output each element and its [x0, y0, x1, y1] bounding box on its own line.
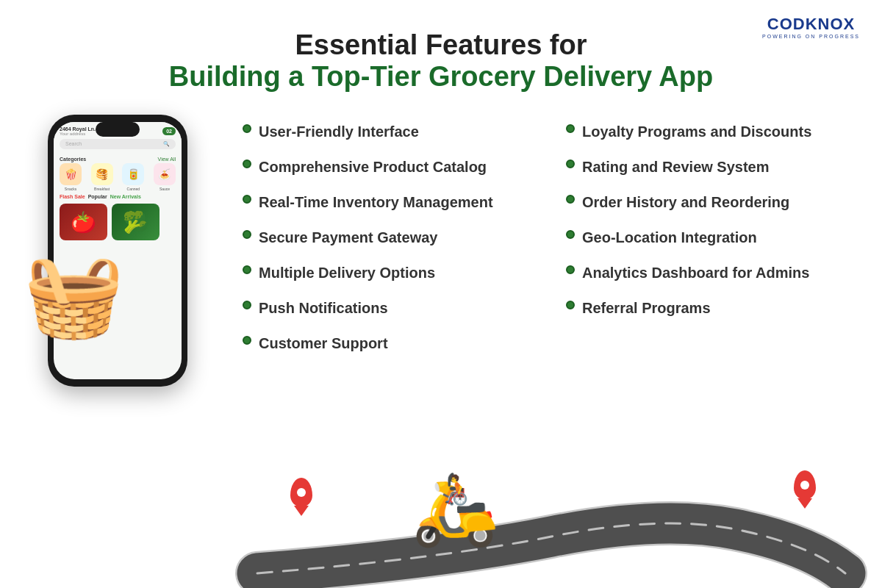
logo-area: CODKNOX POWERING ON PROGRESS [762, 15, 860, 39]
cat-label-sauce: Sauce [159, 187, 170, 191]
features-section: User-Friendly Interface Comprehensive Pr… [220, 107, 882, 379]
feature-delivery: Multiple Delivery Options [243, 263, 551, 282]
bullet-customer-support [243, 336, 251, 345]
feature-payment: Secure Payment Gateway [243, 228, 551, 247]
pin-inner-1 [297, 488, 306, 497]
basket-emoji: 🧺 [24, 254, 124, 335]
right-feature-column: Loyalty Programs and Discounts Rating an… [559, 122, 882, 379]
feature-user-friendly: User-Friendly Interface [243, 122, 551, 141]
bullet-user-friendly [243, 124, 251, 133]
location-pin-2 [794, 470, 816, 500]
category-icons: 🍿 Snacks 🥞 Breakfast 🥫 Canned 🍝 [54, 163, 182, 191]
feature-text-payment: Secure Payment Gateway [259, 228, 437, 247]
cat-label-breakfast: Breakfast [94, 187, 110, 191]
view-all: View All [158, 157, 176, 162]
feature-product-catalog: Comprehensive Product Catalog [243, 157, 551, 176]
feature-referral: Referral Programs [566, 298, 875, 318]
feature-text-push-notif: Push Notifications [259, 298, 388, 318]
feature-text-user-friendly: User-Friendly Interface [259, 122, 419, 141]
feature-text-inventory: Real-Time Inventory Management [259, 193, 493, 212]
feature-text-product-catalog: Comprehensive Product Catalog [259, 157, 487, 176]
cat-label-canned: Canned [127, 187, 140, 191]
categories-header: Categories View All [54, 154, 182, 163]
phone-notch [96, 122, 140, 137]
bullet-analytics [566, 265, 575, 274]
pin-shape-2 [794, 470, 816, 500]
pin-shape-1 [290, 478, 312, 507]
feature-text-analytics: Analytics Dashboard for Admins [582, 263, 809, 282]
cat-snacks: 🍿 Snacks [60, 163, 82, 191]
location-pin-1 [290, 478, 312, 507]
rider-figure: 🧑‍🦽 [437, 474, 474, 503]
cat-canned: 🥫 Canned [122, 163, 144, 191]
content-area: 2464 Royal Ln. Mesa Your address 02 Sear… [0, 100, 882, 379]
tab-bar: Flash Sale Popular New Arrivals [54, 191, 182, 202]
cat-circle-sauce: 🍝 [154, 163, 176, 185]
tab-popular: Popular [88, 194, 107, 199]
bullet-delivery [243, 265, 251, 274]
delivery-section: 🛵 🧑‍🦽 [220, 441, 882, 588]
feature-order-history: Order History and Reordering [566, 193, 875, 212]
title-line1: Essential Features for [0, 29, 882, 61]
phone-section: 2464 Royal Ln. Mesa Your address 02 Sear… [15, 107, 220, 379]
search-bar: Search 🔍 [60, 139, 176, 149]
bullet-payment [243, 230, 251, 239]
feature-text-loyalty: Loyalty Programs and Discounts [582, 122, 811, 141]
cat-circle-breakfast: 🥞 [91, 163, 113, 185]
feature-geolocation: Geo-Location Integration [566, 228, 875, 247]
logo-text: CODKNOX [767, 15, 855, 34]
title-area: Essential Features for Building a Top-Ti… [0, 0, 882, 100]
feature-text-delivery: Multiple Delivery Options [259, 263, 435, 282]
cat-circle-canned: 🥫 [122, 163, 144, 185]
categories-label: Categories [60, 157, 86, 162]
bullet-order-history [566, 195, 575, 204]
bullet-geolocation [566, 230, 575, 239]
left-feature-column: User-Friendly Interface Comprehensive Pr… [235, 122, 559, 379]
feature-text-customer-support: Customer Support [259, 334, 388, 353]
feature-push-notif: Push Notifications [243, 298, 551, 318]
bullet-loyalty [566, 124, 575, 133]
road-svg [220, 456, 882, 588]
cat-breakfast: 🥞 Breakfast [91, 163, 113, 191]
feature-rating: Rating and Review System [566, 157, 875, 176]
feature-inventory: Real-Time Inventory Management [243, 193, 551, 212]
search-placeholder: Search [65, 141, 82, 147]
bullet-inventory [243, 195, 251, 204]
grocery-basket: 🧺 [0, 218, 147, 335]
feature-text-geolocation: Geo-Location Integration [582, 228, 757, 247]
logo-subtitle: POWERING ON PROGRESS [762, 34, 860, 39]
bullet-product-catalog [243, 159, 251, 168]
bullet-referral [566, 301, 575, 309]
pin-inner-2 [800, 481, 809, 490]
feature-customer-support: Customer Support [243, 334, 551, 353]
cat-circle-snacks: 🍿 [60, 163, 82, 185]
tab-flash-sale: Flash Sale [60, 194, 85, 199]
cart-badge: 02 [162, 127, 176, 135]
cat-label-snacks: Snacks [65, 187, 76, 191]
search-icon: 🔍 [163, 141, 170, 147]
feature-loyalty: Loyalty Programs and Discounts [566, 122, 875, 141]
feature-text-rating: Rating and Review System [582, 157, 770, 176]
bullet-push-notif [243, 301, 251, 309]
bullet-rating [566, 159, 575, 168]
cat-sauce: 🍝 Sauce [154, 163, 176, 191]
feature-analytics: Analytics Dashboard for Admins [566, 263, 875, 282]
title-line2: Building a Top-Tier Grocery Delivery App [0, 61, 882, 93]
tab-new-arrivals: New Arrivals [110, 194, 141, 199]
feature-text-order-history: Order History and Reordering [582, 193, 789, 212]
feature-text-referral: Referral Programs [582, 298, 711, 318]
